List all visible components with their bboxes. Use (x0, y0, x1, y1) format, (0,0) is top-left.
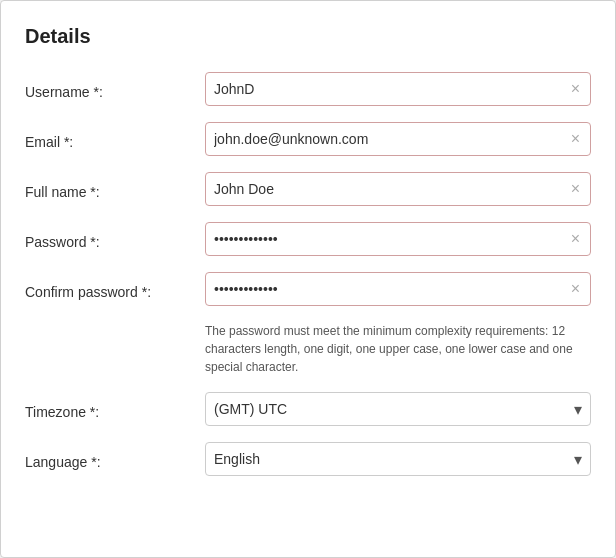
password-input[interactable] (214, 231, 569, 247)
username-clear-icon[interactable]: × (569, 81, 582, 97)
language-row: Language *: English Spanish French Germa… (25, 442, 591, 476)
fullname-label: Full name *: (25, 178, 205, 200)
language-label: Language *: (25, 448, 205, 470)
fullname-input-wrapper[interactable]: × (205, 172, 591, 206)
fullname-clear-icon[interactable]: × (569, 181, 582, 197)
email-input[interactable] (214, 131, 569, 147)
timezone-label: Timezone *: (25, 398, 205, 420)
hint-label-spacer (25, 322, 205, 328)
language-select-wrapper[interactable]: English Spanish French German ▾ (205, 442, 591, 476)
username-label: Username *: (25, 78, 205, 100)
timezone-chevron-icon: ▾ (574, 400, 582, 419)
password-label: Password *: (25, 228, 205, 250)
username-input[interactable] (214, 81, 569, 97)
email-label: Email *: (25, 128, 205, 150)
password-input-wrapper[interactable]: × (205, 222, 591, 256)
confirm-password-input-wrapper[interactable]: × (205, 272, 591, 306)
timezone-select[interactable]: (GMT) UTC (GMT+1) Central European Time … (214, 401, 574, 417)
details-card: Details Username *: × Email *: × Full na… (0, 0, 616, 558)
card-title: Details (25, 25, 591, 48)
password-row: Password *: × (25, 222, 591, 256)
confirm-password-row: Confirm password *: × (25, 272, 591, 306)
timezone-select-wrapper[interactable]: (GMT) UTC (GMT+1) Central European Time … (205, 392, 591, 426)
fullname-row: Full name *: × (25, 172, 591, 206)
email-input-wrapper[interactable]: × (205, 122, 591, 156)
username-input-wrapper[interactable]: × (205, 72, 591, 106)
confirm-password-input[interactable] (214, 281, 569, 297)
language-select[interactable]: English Spanish French German (214, 451, 574, 467)
confirm-password-clear-icon[interactable]: × (569, 281, 582, 297)
password-hint: The password must meet the minimum compl… (205, 322, 591, 376)
timezone-row: Timezone *: (GMT) UTC (GMT+1) Central Eu… (25, 392, 591, 426)
language-chevron-icon: ▾ (574, 450, 582, 469)
email-clear-icon[interactable]: × (569, 131, 582, 147)
confirm-password-label: Confirm password *: (25, 278, 205, 300)
hint-row: The password must meet the minimum compl… (25, 322, 591, 376)
username-row: Username *: × (25, 72, 591, 106)
password-clear-icon[interactable]: × (569, 231, 582, 247)
email-row: Email *: × (25, 122, 591, 156)
fullname-input[interactable] (214, 181, 569, 197)
